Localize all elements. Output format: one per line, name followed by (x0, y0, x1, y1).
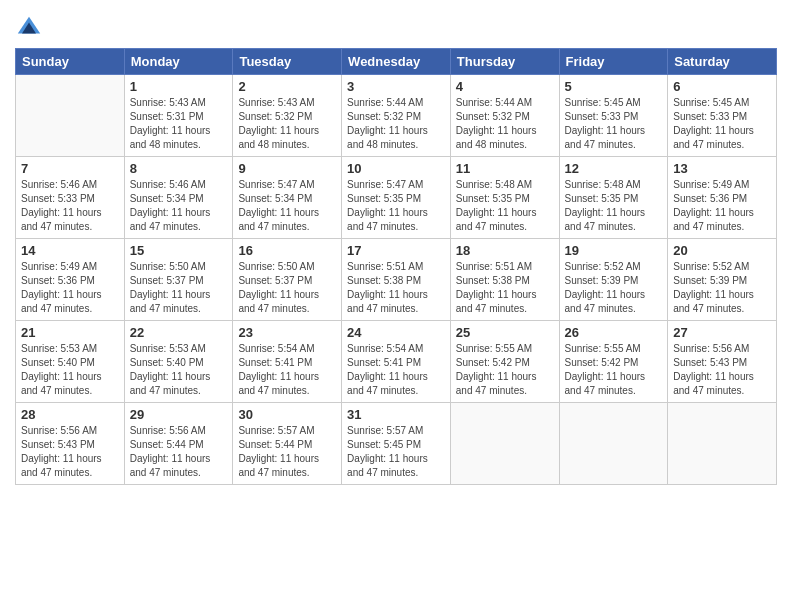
weekday-header-wednesday: Wednesday (342, 49, 451, 75)
calendar-cell (450, 403, 559, 485)
day-number: 22 (130, 325, 228, 340)
day-number: 20 (673, 243, 771, 258)
calendar-cell: 7Sunrise: 5:46 AM Sunset: 5:33 PM Daylig… (16, 157, 125, 239)
day-number: 6 (673, 79, 771, 94)
calendar-cell: 30Sunrise: 5:57 AM Sunset: 5:44 PM Dayli… (233, 403, 342, 485)
calendar-cell (16, 75, 125, 157)
day-number: 21 (21, 325, 119, 340)
day-number: 24 (347, 325, 445, 340)
day-info: Sunrise: 5:55 AM Sunset: 5:42 PM Dayligh… (456, 342, 554, 398)
day-info: Sunrise: 5:53 AM Sunset: 5:40 PM Dayligh… (130, 342, 228, 398)
calendar-cell (559, 403, 668, 485)
day-number: 29 (130, 407, 228, 422)
weekday-header-thursday: Thursday (450, 49, 559, 75)
calendar-table: SundayMondayTuesdayWednesdayThursdayFrid… (15, 48, 777, 485)
week-row-4: 21Sunrise: 5:53 AM Sunset: 5:40 PM Dayli… (16, 321, 777, 403)
week-row-3: 14Sunrise: 5:49 AM Sunset: 5:36 PM Dayli… (16, 239, 777, 321)
calendar-cell: 24Sunrise: 5:54 AM Sunset: 5:41 PM Dayli… (342, 321, 451, 403)
calendar-cell: 26Sunrise: 5:55 AM Sunset: 5:42 PM Dayli… (559, 321, 668, 403)
calendar-cell: 9Sunrise: 5:47 AM Sunset: 5:34 PM Daylig… (233, 157, 342, 239)
calendar-cell: 11Sunrise: 5:48 AM Sunset: 5:35 PM Dayli… (450, 157, 559, 239)
day-number: 9 (238, 161, 336, 176)
calendar-cell: 23Sunrise: 5:54 AM Sunset: 5:41 PM Dayli… (233, 321, 342, 403)
calendar-cell: 14Sunrise: 5:49 AM Sunset: 5:36 PM Dayli… (16, 239, 125, 321)
calendar-cell: 22Sunrise: 5:53 AM Sunset: 5:40 PM Dayli… (124, 321, 233, 403)
day-info: Sunrise: 5:46 AM Sunset: 5:33 PM Dayligh… (21, 178, 119, 234)
day-number: 7 (21, 161, 119, 176)
header (15, 10, 777, 42)
weekday-header-monday: Monday (124, 49, 233, 75)
day-number: 14 (21, 243, 119, 258)
calendar-cell: 19Sunrise: 5:52 AM Sunset: 5:39 PM Dayli… (559, 239, 668, 321)
day-info: Sunrise: 5:51 AM Sunset: 5:38 PM Dayligh… (347, 260, 445, 316)
calendar-cell: 16Sunrise: 5:50 AM Sunset: 5:37 PM Dayli… (233, 239, 342, 321)
day-info: Sunrise: 5:47 AM Sunset: 5:34 PM Dayligh… (238, 178, 336, 234)
day-number: 13 (673, 161, 771, 176)
weekday-header-row: SundayMondayTuesdayWednesdayThursdayFrid… (16, 49, 777, 75)
calendar-cell: 31Sunrise: 5:57 AM Sunset: 5:45 PM Dayli… (342, 403, 451, 485)
day-info: Sunrise: 5:54 AM Sunset: 5:41 PM Dayligh… (347, 342, 445, 398)
calendar-cell: 18Sunrise: 5:51 AM Sunset: 5:38 PM Dayli… (450, 239, 559, 321)
day-info: Sunrise: 5:53 AM Sunset: 5:40 PM Dayligh… (21, 342, 119, 398)
calendar-cell: 8Sunrise: 5:46 AM Sunset: 5:34 PM Daylig… (124, 157, 233, 239)
day-number: 8 (130, 161, 228, 176)
calendar-cell: 15Sunrise: 5:50 AM Sunset: 5:37 PM Dayli… (124, 239, 233, 321)
day-number: 31 (347, 407, 445, 422)
calendar-cell (668, 403, 777, 485)
day-number: 11 (456, 161, 554, 176)
calendar-cell: 1Sunrise: 5:43 AM Sunset: 5:31 PM Daylig… (124, 75, 233, 157)
calendar-cell: 27Sunrise: 5:56 AM Sunset: 5:43 PM Dayli… (668, 321, 777, 403)
week-row-5: 28Sunrise: 5:56 AM Sunset: 5:43 PM Dayli… (16, 403, 777, 485)
weekday-header-friday: Friday (559, 49, 668, 75)
day-number: 2 (238, 79, 336, 94)
day-number: 28 (21, 407, 119, 422)
calendar-cell: 3Sunrise: 5:44 AM Sunset: 5:32 PM Daylig… (342, 75, 451, 157)
logo-icon (15, 14, 43, 42)
day-info: Sunrise: 5:56 AM Sunset: 5:43 PM Dayligh… (673, 342, 771, 398)
calendar-cell: 29Sunrise: 5:56 AM Sunset: 5:44 PM Dayli… (124, 403, 233, 485)
calendar-cell: 4Sunrise: 5:44 AM Sunset: 5:32 PM Daylig… (450, 75, 559, 157)
calendar-cell: 17Sunrise: 5:51 AM Sunset: 5:38 PM Dayli… (342, 239, 451, 321)
day-number: 4 (456, 79, 554, 94)
day-number: 19 (565, 243, 663, 258)
day-info: Sunrise: 5:44 AM Sunset: 5:32 PM Dayligh… (456, 96, 554, 152)
day-number: 1 (130, 79, 228, 94)
day-info: Sunrise: 5:54 AM Sunset: 5:41 PM Dayligh… (238, 342, 336, 398)
day-info: Sunrise: 5:46 AM Sunset: 5:34 PM Dayligh… (130, 178, 228, 234)
day-info: Sunrise: 5:49 AM Sunset: 5:36 PM Dayligh… (21, 260, 119, 316)
day-info: Sunrise: 5:55 AM Sunset: 5:42 PM Dayligh… (565, 342, 663, 398)
day-info: Sunrise: 5:48 AM Sunset: 5:35 PM Dayligh… (456, 178, 554, 234)
day-info: Sunrise: 5:48 AM Sunset: 5:35 PM Dayligh… (565, 178, 663, 234)
day-info: Sunrise: 5:57 AM Sunset: 5:45 PM Dayligh… (347, 424, 445, 480)
day-number: 23 (238, 325, 336, 340)
day-number: 16 (238, 243, 336, 258)
day-number: 30 (238, 407, 336, 422)
day-info: Sunrise: 5:57 AM Sunset: 5:44 PM Dayligh… (238, 424, 336, 480)
day-number: 26 (565, 325, 663, 340)
calendar-cell: 12Sunrise: 5:48 AM Sunset: 5:35 PM Dayli… (559, 157, 668, 239)
day-info: Sunrise: 5:43 AM Sunset: 5:32 PM Dayligh… (238, 96, 336, 152)
week-row-1: 1Sunrise: 5:43 AM Sunset: 5:31 PM Daylig… (16, 75, 777, 157)
weekday-header-saturday: Saturday (668, 49, 777, 75)
page-container: SundayMondayTuesdayWednesdayThursdayFrid… (0, 0, 792, 495)
day-info: Sunrise: 5:44 AM Sunset: 5:32 PM Dayligh… (347, 96, 445, 152)
day-info: Sunrise: 5:45 AM Sunset: 5:33 PM Dayligh… (673, 96, 771, 152)
day-info: Sunrise: 5:56 AM Sunset: 5:44 PM Dayligh… (130, 424, 228, 480)
weekday-header-tuesday: Tuesday (233, 49, 342, 75)
day-number: 3 (347, 79, 445, 94)
day-info: Sunrise: 5:45 AM Sunset: 5:33 PM Dayligh… (565, 96, 663, 152)
calendar-cell: 28Sunrise: 5:56 AM Sunset: 5:43 PM Dayli… (16, 403, 125, 485)
calendar-cell: 6Sunrise: 5:45 AM Sunset: 5:33 PM Daylig… (668, 75, 777, 157)
day-info: Sunrise: 5:51 AM Sunset: 5:38 PM Dayligh… (456, 260, 554, 316)
day-info: Sunrise: 5:52 AM Sunset: 5:39 PM Dayligh… (673, 260, 771, 316)
day-number: 27 (673, 325, 771, 340)
calendar-cell: 13Sunrise: 5:49 AM Sunset: 5:36 PM Dayli… (668, 157, 777, 239)
day-info: Sunrise: 5:50 AM Sunset: 5:37 PM Dayligh… (130, 260, 228, 316)
calendar-cell: 21Sunrise: 5:53 AM Sunset: 5:40 PM Dayli… (16, 321, 125, 403)
day-number: 5 (565, 79, 663, 94)
day-info: Sunrise: 5:49 AM Sunset: 5:36 PM Dayligh… (673, 178, 771, 234)
day-info: Sunrise: 5:56 AM Sunset: 5:43 PM Dayligh… (21, 424, 119, 480)
calendar-cell: 5Sunrise: 5:45 AM Sunset: 5:33 PM Daylig… (559, 75, 668, 157)
day-number: 10 (347, 161, 445, 176)
logo (15, 14, 45, 42)
